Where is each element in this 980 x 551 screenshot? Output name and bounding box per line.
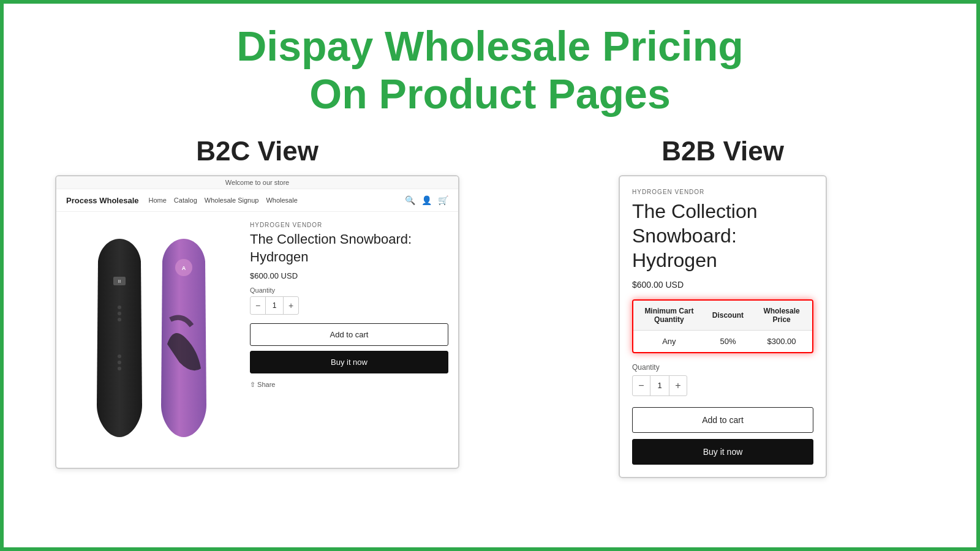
b2c-nav-links: Home Catalog Wholesale Signup Wholesale: [149, 197, 298, 204]
b2c-price: $600.00 USD: [250, 271, 448, 280]
b2b-qty-increase[interactable]: +: [669, 376, 687, 395]
b2c-share[interactable]: ⇧ Share: [250, 381, 448, 389]
b2b-buy-now-button[interactable]: Buy it now: [632, 439, 813, 465]
svg-point-5: [118, 367, 121, 370]
table-row: Any 50% $300.00: [633, 331, 812, 353]
b2b-panel: HYDROGEN VENDOR The Collection Snowboard…: [619, 175, 827, 478]
b2c-image-area: II: [66, 222, 238, 454]
b2c-brand: Process Wholesale: [66, 196, 139, 205]
search-icon[interactable]: 🔍: [405, 195, 415, 205]
b2b-qty-decrease[interactable]: −: [633, 376, 650, 395]
table-cell-min-qty: Any: [633, 331, 705, 353]
b2b-vendor: HYDROGEN VENDOR: [632, 189, 813, 195]
account-icon[interactable]: 👤: [421, 195, 432, 205]
nav-home[interactable]: Home: [149, 197, 167, 204]
b2b-column: B2B View HYDROGEN VENDOR The Collection …: [508, 136, 937, 478]
page-title: Dispay Wholesale Pricing On Product Page…: [236, 22, 744, 118]
nav-catalog[interactable]: Catalog: [174, 197, 197, 204]
b2c-qty-decrease[interactable]: −: [251, 297, 265, 314]
b2c-nav-icons: 🔍 👤 🛒: [405, 195, 448, 205]
b2c-nav: Process Wholesale Home Catalog Wholesale…: [56, 189, 458, 212]
b2c-quantity-stepper: − 1 +: [250, 296, 299, 315]
wholesale-pricing-table: Minimum Cart Quantity Discount Wholesale…: [633, 301, 812, 352]
b2b-price: $600.00 USD: [632, 280, 813, 290]
b2b-qty-value: 1: [650, 376, 669, 395]
b2b-view-label: B2B View: [662, 136, 784, 167]
b2c-vendor: HYDROGEN VENDOR: [250, 222, 448, 228]
views-container: B2C View Welcome to our store Process Wh…: [28, 136, 952, 478]
b2c-product-info: HYDROGEN VENDOR The Collection Snowboard…: [250, 222, 448, 454]
b2b-product-title: The Collection Snowboard: Hydrogen: [632, 199, 813, 272]
b2c-view-label: B2C View: [196, 136, 318, 167]
table-cell-wholesale-price: $300.00: [751, 331, 812, 353]
nav-wholesale[interactable]: Wholesale: [266, 197, 297, 204]
svg-point-1: [118, 312, 121, 315]
svg-text:II: II: [118, 279, 121, 284]
svg-point-0: [118, 305, 121, 309]
snowboard-images: II: [91, 234, 213, 442]
cart-icon[interactable]: 🛒: [438, 195, 448, 205]
svg-point-4: [118, 361, 121, 364]
b2b-quantity-label: Quantity: [632, 363, 813, 372]
b2c-column: B2C View Welcome to our store Process Wh…: [43, 136, 472, 469]
b2c-product-area: II: [56, 212, 458, 464]
table-header-wholesale-price: Wholesale Price: [751, 301, 812, 331]
snowboard-purple: A: [155, 234, 213, 442]
b2c-welcome-bar: Welcome to our store: [56, 176, 458, 189]
b2c-qty-increase[interactable]: +: [284, 297, 298, 314]
table-cell-discount: 50%: [705, 331, 751, 353]
b2b-quantity-stepper: − 1 +: [632, 375, 687, 396]
b2c-quantity-label: Quantity: [250, 287, 448, 294]
b2b-add-to-cart-button[interactable]: Add to cart: [632, 407, 813, 433]
svg-point-3: [118, 354, 121, 358]
table-header-min-qty: Minimum Cart Quantity: [633, 301, 705, 331]
wholesale-pricing-table-wrapper: Minimum Cart Quantity Discount Wholesale…: [632, 299, 813, 353]
main-container: Dispay Wholesale Pricing On Product Page…: [4, 4, 976, 547]
b2c-product-title: The Collection Snowboard: Hydrogen: [250, 231, 448, 266]
svg-point-2: [118, 318, 121, 321]
snowboard-black: II: [91, 234, 149, 442]
svg-text:A: A: [182, 265, 186, 271]
b2c-add-to-cart-button[interactable]: Add to cart: [250, 323, 448, 346]
table-header-discount: Discount: [705, 301, 751, 331]
b2c-buy-now-button[interactable]: Buy it now: [250, 351, 448, 373]
b2c-qty-value: 1: [265, 297, 284, 314]
nav-wholesale-signup[interactable]: Wholesale Signup: [205, 197, 259, 204]
b2c-panel: Welcome to our store Process Wholesale H…: [55, 175, 459, 469]
